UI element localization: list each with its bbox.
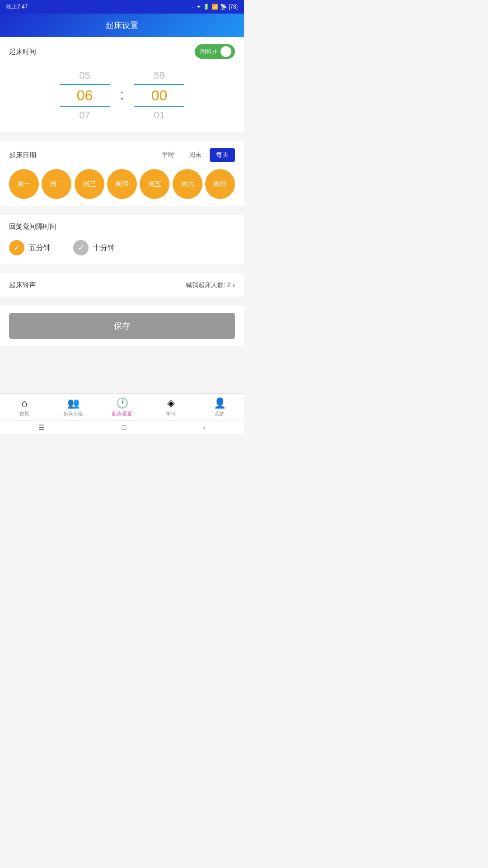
home-icon: ⌂ <box>21 397 27 409</box>
hour-current: 06 <box>77 87 93 104</box>
study-icon: ◈ <box>167 397 175 409</box>
weekday-thu[interactable]: 周四 <box>107 169 137 199</box>
time-colon: : <box>120 86 124 105</box>
bluetooth-icon: ✦ <box>197 4 201 10</box>
divider-1 <box>0 137 244 141</box>
filter-weekend[interactable]: 周末 <box>183 148 208 162</box>
status-time: 晚上7:47 <box>6 3 28 11</box>
divider-4 <box>0 301 244 306</box>
time-header: 起床时间 闹铃开 <box>9 44 235 59</box>
hour-column[interactable]: 05 06 07 <box>53 70 117 121</box>
snooze-options: ✓ 五分钟 ✓ 十分钟 <box>9 240 235 255</box>
minute-current: 00 <box>151 87 168 104</box>
divider-2 <box>0 211 244 215</box>
minute-line-bottom <box>134 106 184 107</box>
weekday-sun[interactable]: 周日 <box>205 169 235 199</box>
snooze-label: 回笼觉间隔时间 <box>9 222 235 231</box>
date-filters: 平时 周末 每天 <box>155 148 235 162</box>
minute-line-top <box>134 84 184 85</box>
minute-prev: 59 <box>154 70 164 81</box>
signal-icon: 📶 <box>211 4 218 10</box>
minute-next: 01 <box>154 109 164 121</box>
mine-icon: 👤 <box>214 397 226 409</box>
snooze-section: 回笼觉间隔时间 ✓ 五分钟 ✓ 十分钟 <box>0 215 244 264</box>
nav-study-label: 学习 <box>166 410 176 417</box>
chevron-icon: › <box>233 281 235 289</box>
weekday-mon[interactable]: 周一 <box>9 169 39 199</box>
sys-home-button[interactable]: □ <box>122 424 126 432</box>
alarm-settings-icon: 🕐 <box>116 397 128 409</box>
save-button[interactable]: 保存 <box>9 313 235 339</box>
content-area: 起床时间 闹铃开 05 06 07 : 59 <box>0 37 244 393</box>
alarm-label: 起床铃声 <box>9 281 36 289</box>
alarm-right[interactable]: 喊我起床人数: 2 › <box>186 281 235 289</box>
filter-everyday[interactable]: 每天 <box>210 148 235 162</box>
save-section: 保存 <box>0 306 244 346</box>
alarm-section[interactable]: 起床铃声 喊我起床人数: 2 › <box>0 274 244 297</box>
nav-alarm-settings-label: 起床设置 <box>112 410 132 417</box>
nav-group-label: 起床小组 <box>63 410 83 417</box>
nav-study[interactable]: ◈ 学习 <box>146 394 195 420</box>
page-header: 起床设置 <box>0 14 244 37</box>
nav-mine-label: 我的 <box>215 410 225 417</box>
snooze-10min-label: 十分钟 <box>93 243 115 253</box>
snooze-5min-label: 五分钟 <box>29 243 51 253</box>
nav-alarm-settings[interactable]: 🕐 起床设置 <box>98 394 146 420</box>
hour-next: 07 <box>79 109 90 121</box>
filter-weekday[interactable]: 平时 <box>155 148 181 162</box>
date-label: 起床日期 <box>9 151 36 160</box>
date-section: 起床日期 平时 周末 每天 周一 周二 周三 周四 周五 周六 周日 <box>0 141 244 206</box>
bottom-space <box>0 346 244 351</box>
divider-3 <box>0 269 244 274</box>
hour-line-bottom <box>60 106 110 107</box>
snooze-5min[interactable]: ✓ 五分钟 <box>9 240 51 255</box>
system-nav-bar: ☰ □ ‹ <box>0 420 244 434</box>
weekday-row: 周一 周二 周三 周四 周五 周六 周日 <box>9 169 235 199</box>
alarm-toggle[interactable]: 闹铃开 <box>195 44 235 59</box>
check-5min-icon: ✓ <box>9 240 24 255</box>
snooze-10min[interactable]: ✓ 十分钟 <box>73 240 115 255</box>
sys-menu-button[interactable]: ☰ <box>38 423 45 432</box>
weekday-sat[interactable]: 周六 <box>173 169 202 199</box>
minute-current-wrapper: 00 <box>127 84 191 107</box>
battery-level: [78] <box>229 4 238 10</box>
group-icon: 👥 <box>67 397 80 409</box>
minute-column[interactable]: 59 00 01 <box>127 70 191 121</box>
nav-group[interactable]: 👥 起床小组 <box>49 394 98 420</box>
battery-icon: 🔋 <box>203 4 210 10</box>
sys-back-button[interactable]: ‹ <box>203 424 205 432</box>
page-title: 起床设置 <box>106 20 138 31</box>
wifi-icon: 📡 <box>220 4 227 10</box>
time-label: 起床时间 <box>9 47 36 56</box>
toggle-circle <box>221 46 231 57</box>
hour-prev: 05 <box>79 70 90 81</box>
status-icons: ··· ✦ 🔋 📶 📡 [78] <box>190 4 238 10</box>
dots-icon: ··· <box>190 4 195 10</box>
nav-home[interactable]: ⌂ 首页 <box>0 394 49 420</box>
date-header: 起床日期 平时 周末 每天 <box>9 148 235 162</box>
status-bar: 晚上7:47 ··· ✦ 🔋 📶 📡 [78] <box>0 0 244 14</box>
alarm-count-text: 喊我起床人数: 2 <box>186 281 231 289</box>
nav-home-label: 首页 <box>19 410 29 417</box>
weekday-fri[interactable]: 周五 <box>140 169 169 199</box>
nav-mine[interactable]: 👤 我的 <box>195 394 244 420</box>
time-section: 起床时间 闹铃开 05 06 07 : 59 <box>0 37 244 132</box>
time-picker: 05 06 07 : 59 00 01 <box>9 66 235 125</box>
hour-line-top <box>60 84 110 85</box>
toggle-label: 闹铃开 <box>200 47 218 56</box>
weekday-tue[interactable]: 周二 <box>42 169 71 199</box>
weekday-wed[interactable]: 周三 <box>75 169 104 199</box>
bottom-nav: ⌂ 首页 👥 起床小组 🕐 起床设置 ◈ 学习 👤 我的 <box>0 393 244 420</box>
check-10min-icon: ✓ <box>73 240 89 255</box>
hour-current-wrapper: 06 <box>53 84 117 107</box>
